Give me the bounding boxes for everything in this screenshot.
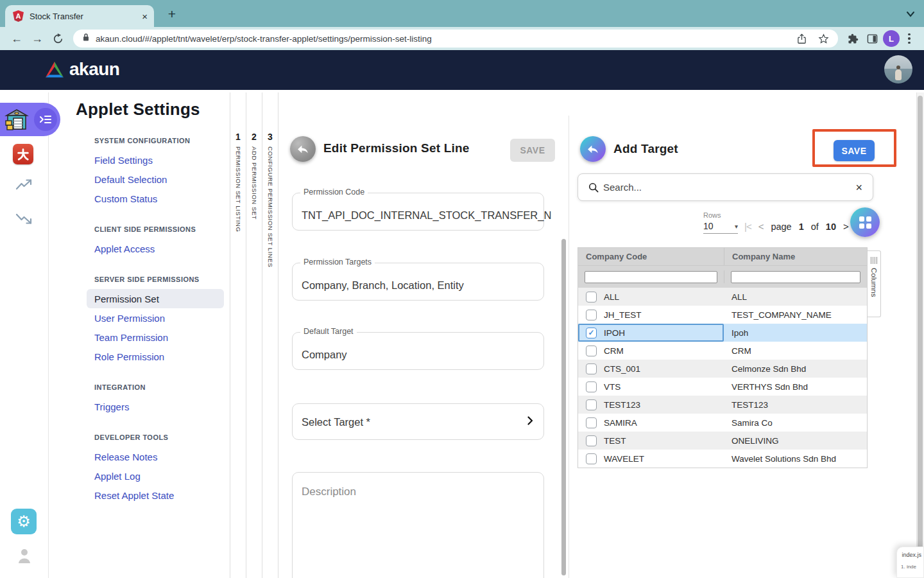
row-checkbox[interactable] (586, 310, 597, 320)
menu-item-custom-status[interactable]: Custom Status (87, 189, 224, 208)
browser-menu-icon[interactable] (901, 33, 918, 44)
search-input[interactable] (603, 182, 855, 193)
table-row[interactable]: CRM CRM (578, 342, 867, 360)
menu-item-field-settings[interactable]: Field Settings (87, 150, 224, 170)
company-name-filter-input[interactable] (731, 271, 860, 283)
company-code-filter-input[interactable] (585, 271, 717, 283)
grid-view-button[interactable] (850, 207, 880, 237)
menu-item-default-selection[interactable]: Default Selection (87, 170, 224, 189)
column-header-company-code[interactable]: Company Code (578, 248, 724, 265)
source-file-name: index.js (901, 552, 921, 558)
company-name-text: TEST123 (732, 400, 768, 410)
table-row[interactable]: IPOH Ipoh (578, 324, 867, 342)
menu-item-user-permission[interactable]: User Permission (87, 308, 224, 328)
settings-gear-button[interactable]: ⚙ (11, 509, 37, 534)
column-header-company-name[interactable]: Company Name (724, 248, 867, 265)
menu-item-reset-applet-state[interactable]: Reset Applet State (87, 486, 224, 505)
permission-code-field[interactable]: Permission Code TNT_API_DOC_INTERNAL_STO… (292, 193, 544, 231)
target-panel-title: Add Target (613, 142, 678, 156)
company-name-text: Celmonze Sdn Bhd (732, 364, 806, 374)
clear-search-icon[interactable]: × (855, 182, 862, 193)
company-table: Company Code Company Name ALL ALL (578, 247, 868, 468)
company-code-text: TEST123 (604, 400, 640, 410)
prev-page-button[interactable]: < (758, 221, 764, 232)
new-tab-button[interactable]: + (163, 5, 181, 23)
row-checkbox[interactable] (586, 292, 597, 302)
bookmark-star-icon[interactable] (818, 33, 829, 44)
forward-icon[interactable]: → (27, 30, 47, 48)
akaun-logo[interactable]: akaun (45, 59, 119, 80)
select-target-field[interactable]: Select Target * (292, 403, 544, 440)
row-checkbox[interactable] (586, 381, 597, 392)
next-page-button[interactable]: > (843, 221, 849, 232)
page-scrollbar-thumb[interactable] (918, 96, 923, 562)
tab-close-icon[interactable]: × (142, 12, 148, 21)
target-search-box[interactable]: × (578, 173, 873, 201)
default-target-field[interactable]: Default Target Company (292, 332, 544, 370)
reload-icon[interactable] (47, 30, 68, 48)
tab-search-chevron-icon[interactable] (906, 8, 915, 20)
total-pages: 10 (826, 222, 836, 232)
edit-panel-scrollbar[interactable] (561, 239, 566, 575)
company-code-cell: TEST (578, 432, 724, 450)
table-row[interactable]: TEST123 TEST123 (578, 396, 867, 414)
tab-permission-set-listing[interactable]: 1 PERMISSION SET LISTING (230, 92, 246, 578)
user-avatar[interactable] (884, 55, 912, 83)
menu-item-applet-access[interactable]: Applet Access (87, 239, 224, 258)
row-checkbox[interactable] (586, 328, 597, 338)
menu-item-applet-log[interactable]: Applet Log (87, 466, 224, 486)
permission-targets-field[interactable]: Permission Targets Company, Branch, Loca… (292, 263, 544, 301)
target-panel-back-button[interactable] (580, 136, 606, 162)
row-checkbox[interactable] (586, 417, 597, 428)
table-row[interactable]: ALL ALL (578, 288, 867, 306)
table-row[interactable]: CTS_001 Celmonze Sdn Bhd (578, 360, 867, 378)
row-checkbox[interactable] (586, 363, 597, 374)
row-checkbox[interactable] (586, 453, 597, 464)
tab-add-permission-set[interactable]: 2 ADD PERMISSION SET (246, 92, 262, 578)
caret-down-icon: ▾ (735, 223, 738, 230)
edit-save-button[interactable]: SAVE (510, 139, 555, 162)
table-row[interactable]: TEST ONELIVING (578, 432, 867, 450)
table-row[interactable]: JH_TEST TEST_COMPANY_NAME (578, 306, 867, 324)
edit-panel-back-button[interactable] (290, 136, 316, 162)
company-code-text: CRM (604, 346, 624, 356)
columns-panel-toggle[interactable]: Columns (868, 250, 881, 317)
menu-item-triggers[interactable]: Triggers (87, 397, 224, 416)
browser-profile-avatar[interactable]: L (882, 30, 901, 48)
back-icon[interactable]: ← (6, 30, 27, 48)
table-row[interactable]: SAMIRA Samira Co (578, 414, 867, 432)
row-checkbox[interactable] (586, 435, 597, 446)
of-word: of (811, 222, 819, 232)
trending-up-icon[interactable] (15, 177, 33, 191)
row-checkbox[interactable] (586, 346, 597, 356)
company-code-cell: WAVELET (578, 450, 724, 468)
menu-item-team-permission[interactable]: Team Permission (87, 328, 224, 347)
side-panel-icon[interactable] (862, 30, 882, 48)
table-row[interactable]: VTS VERTHYS Sdn Bhd (578, 378, 867, 396)
browser-tab[interactable]: A Stock Transfer × (5, 5, 154, 27)
trending-down-icon[interactable] (15, 212, 33, 226)
first-page-button[interactable]: |< (744, 221, 751, 232)
akaun-triangle-icon (45, 61, 64, 78)
company-code-text: TEST (604, 436, 626, 446)
profile-person-icon[interactable] (17, 547, 32, 564)
rows-per-page-select[interactable]: 10 ▾ (703, 221, 738, 234)
menu-item-release-notes[interactable]: Release Notes (87, 447, 224, 466)
da-app-icon[interactable] (13, 144, 33, 164)
url-bar[interactable]: akaun.cloud/#/applet/tnt/wavelet/erp/sto… (73, 30, 838, 48)
select-target-label: Select Target * (302, 416, 370, 428)
menu-unfold-icon[interactable] (34, 108, 57, 131)
search-icon (588, 182, 599, 193)
table-row[interactable]: WAVELET Wavelet Solutions Sdn Bhd (578, 450, 867, 468)
description-field[interactable]: Description (292, 472, 544, 578)
menu-item-role-permission[interactable]: Role Permission (87, 347, 224, 366)
tab-configure-permission-set-lines[interactable]: 3 CONFIGURE PERMISSION SET LINES (262, 92, 278, 578)
active-applet-pill[interactable] (0, 103, 60, 136)
menu-item-permission-set[interactable]: Permission Set (87, 289, 224, 308)
row-checkbox[interactable] (586, 399, 597, 410)
company-code-cell: JH_TEST (578, 306, 724, 324)
target-save-button[interactable]: SAVE (834, 140, 875, 161)
extensions-puzzle-icon[interactable] (843, 30, 862, 48)
share-icon[interactable] (797, 33, 807, 44)
devtools-source-popup[interactable]: index.js 1. inde (896, 547, 924, 578)
